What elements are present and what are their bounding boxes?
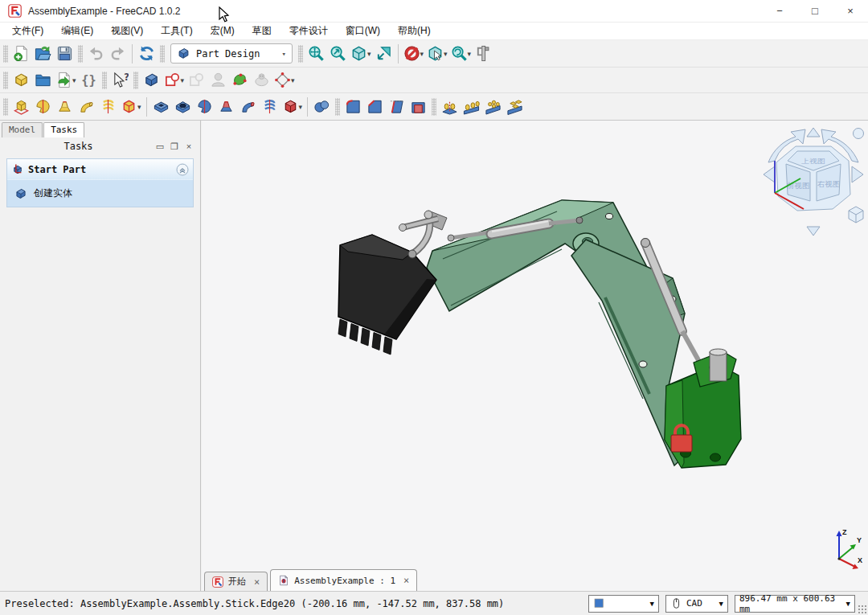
create-body-label: 创建实体: [34, 187, 72, 200]
close-tab-icon[interactable]: ×: [254, 576, 260, 588]
fillet-button[interactable]: [342, 96, 364, 117]
datum-button[interactable]: ▾: [272, 69, 297, 91]
navcube-circle-button[interactable]: [854, 129, 864, 139]
additive-pipe-button[interactable]: [76, 96, 97, 117]
toolbar-grip[interactable]: [78, 45, 83, 63]
toolbar-grip[interactable]: [3, 45, 8, 63]
toolbar-grip[interactable]: [3, 98, 8, 116]
document-tab-document[interactable]: AssemblyExample : 1×: [270, 569, 417, 591]
save-button[interactable]: [54, 43, 76, 64]
mirrored-button[interactable]: [439, 96, 461, 117]
document-tab-start[interactable]: 开始×: [204, 572, 268, 591]
window-controls: −□×: [762, 0, 868, 22]
svg-text:?: ?: [124, 72, 129, 83]
toolbar-grip[interactable]: [298, 45, 303, 63]
menu-part-design[interactable]: 零件设计: [280, 23, 337, 39]
varset-button[interactable]: {}: [78, 69, 100, 91]
axo-cube-button[interactable]: ▾: [349, 43, 373, 64]
toolbar-grip[interactable]: [102, 72, 107, 89]
polar-pattern-button[interactable]: [482, 96, 504, 117]
menu-view[interactable]: 视图(V): [102, 23, 152, 39]
dock-float-button[interactable]: ❐: [168, 141, 181, 152]
dimension-combo[interactable]: 896.47 mm x 600.63 mm▼: [735, 595, 855, 613]
resize-grip[interactable]: [858, 605, 867, 614]
toolbar-separator: [398, 44, 399, 64]
validate-sketch-button[interactable]: [207, 69, 229, 91]
undo-button[interactable]: [85, 43, 107, 64]
status-message: Preselected: AssemblyExample.Assembly.St…: [5, 598, 588, 609]
menu-sketch[interactable]: 草图: [244, 23, 280, 39]
fit-all-button[interactable]: [305, 43, 327, 64]
subtractive-helix-button[interactable]: [259, 96, 280, 117]
navigation-cube[interactable]: 上视图 前视图 右视图: [759, 125, 868, 238]
menu-windows[interactable]: 窗口(W): [337, 23, 389, 39]
link-button[interactable]: ▾: [54, 69, 78, 91]
new-file-button[interactable]: [10, 43, 32, 64]
draw-style-button[interactable]: ▾: [402, 43, 426, 64]
sel-cube-button[interactable]: ▾: [425, 43, 449, 64]
whatsthis-button[interactable]: ?: [109, 69, 131, 91]
panel-tab-tasks[interactable]: Tasks: [43, 122, 84, 137]
toolbar-grip[interactable]: [432, 98, 436, 116]
measure-button[interactable]: [473, 43, 494, 64]
zoom-rot-button[interactable]: ▾: [449, 43, 473, 64]
hole-button[interactable]: [172, 96, 194, 117]
panel-tab-model[interactable]: Model: [2, 122, 43, 137]
boolean-button[interactable]: [311, 96, 333, 117]
menu-tools[interactable]: 工具(T): [152, 23, 201, 39]
navcube-mini-cube-button[interactable]: [849, 207, 863, 223]
subtractive-pipe-button[interactable]: [237, 96, 259, 117]
maximize-window-button[interactable]: □: [797, 0, 833, 22]
refresh-button[interactable]: [136, 43, 158, 64]
menu-file[interactable]: 文件(F): [3, 23, 52, 39]
navcube-cube[interactable]: 上视图 前视图 右视图: [776, 146, 850, 211]
3d-viewport[interactable]: 上视图 前视图 右视图 Z Y X 开始×AssemblyExample : 1…: [202, 121, 868, 591]
bucket[interactable]: [338, 235, 436, 355]
style-combo[interactable]: ▼: [588, 595, 659, 613]
draft-button[interactable]: [386, 96, 407, 117]
part-button[interactable]: [10, 69, 32, 91]
pocket-button[interactable]: [150, 96, 172, 117]
map-sketch-button[interactable]: [229, 69, 251, 91]
toolbar-grip[interactable]: [335, 98, 340, 116]
workbench-selector[interactable]: Part Design▾: [170, 43, 293, 64]
close-tab-icon[interactable]: ×: [403, 575, 409, 586]
start-part-header[interactable]: Start Part: [7, 159, 193, 179]
additive-helix-button[interactable]: [97, 96, 119, 117]
thickness-button[interactable]: [407, 96, 429, 117]
group-button[interactable]: [32, 69, 54, 91]
multitransform-button[interactable]: [504, 96, 526, 117]
chamfer-button[interactable]: [364, 96, 386, 117]
carbon-copy-button[interactable]: [251, 69, 272, 91]
sketch-button[interactable]: ▾: [162, 69, 186, 91]
collapse-section-button[interactable]: [176, 163, 189, 176]
navcube-front-label: 前视图: [787, 181, 810, 190]
subtractive-loft-button[interactable]: [215, 96, 237, 117]
fit-selection-button[interactable]: [327, 43, 349, 64]
linear-pattern-button[interactable]: [461, 96, 482, 117]
menu-help[interactable]: 帮助(H): [389, 23, 440, 39]
additive-primitive-button[interactable]: ▾: [119, 96, 143, 117]
minimize-window-button[interactable]: −: [762, 0, 797, 22]
menu-edit[interactable]: 编辑(E): [52, 23, 102, 39]
create-body-task-item[interactable]: 创建实体: [7, 179, 193, 207]
dock-close-button[interactable]: ×: [182, 141, 195, 151]
navigation-combo[interactable]: CAD▼: [665, 595, 728, 613]
redo-button[interactable]: [107, 43, 129, 64]
pad-button[interactable]: [10, 96, 32, 117]
dropdown-arrow-icon: ▾: [72, 76, 76, 84]
edit-sketch-button[interactable]: [186, 69, 207, 91]
sync-view-button[interactable]: [373, 43, 395, 64]
toolbar-grip[interactable]: [133, 72, 138, 89]
groove-button[interactable]: [194, 96, 215, 117]
body-button[interactable]: [141, 69, 162, 91]
toolbar-grip[interactable]: [3, 72, 8, 89]
revolution-button[interactable]: [32, 96, 54, 117]
close-window-button[interactable]: ×: [833, 0, 868, 22]
open-folder-button[interactable]: [32, 43, 54, 64]
dock-minimize-button[interactable]: ▭: [154, 141, 166, 152]
additive-loft-button[interactable]: [54, 96, 76, 117]
measure-icon: [475, 45, 492, 62]
subtractive-primitive-button[interactable]: ▾: [280, 96, 305, 117]
toolbar-grip[interactable]: [160, 45, 165, 63]
